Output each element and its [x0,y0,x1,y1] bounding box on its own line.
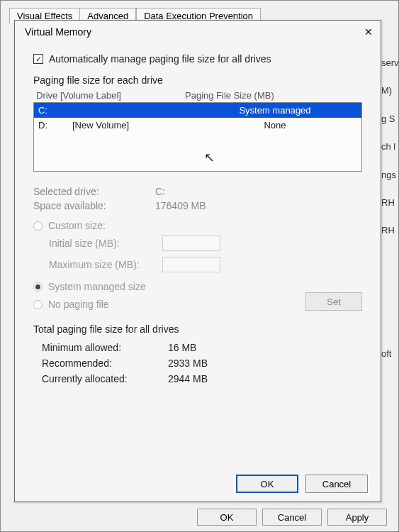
obscured-content: servM) g Sch l ngsRH RHoft [381,36,398,373]
close-icon[interactable]: ✕ [362,26,375,38]
drive-row-d[interactable]: D: [New Volume] None [34,118,361,133]
auto-manage-checkbox[interactable]: ✓ [33,54,43,64]
ok-button[interactable]: OK [236,475,298,493]
totals-heading: Total paging file size for all drives [33,323,362,335]
set-button[interactable]: Set [305,292,362,311]
selected-drive-value: C: [155,186,362,197]
parent-ok-button[interactable]: OK [197,509,257,526]
min-allowed-label: Minimum allowed: [42,342,168,353]
space-available-value: 176409 MB [155,200,362,211]
custom-size-label: Custom size: [48,220,106,231]
cursor-icon: ↖ [204,150,215,165]
parent-cancel-button[interactable]: Cancel [262,509,322,526]
currently-allocated-label: Currently allocated: [42,373,168,384]
system-managed-radio[interactable] [33,282,43,292]
drive-row-c[interactable]: C: System managed [34,103,361,118]
maximum-size-input[interactable] [162,257,220,272]
custom-size-radio[interactable] [33,221,43,231]
cancel-button[interactable]: Cancel [305,475,368,493]
no-paging-radio[interactable] [33,300,43,309]
dialog-title: Virtual Memory [25,26,91,38]
col-drive-header: Drive [Volume Label] [36,90,185,101]
no-paging-label: No paging file [48,299,109,310]
drive-list[interactable]: C: System managed D: [New Volume] None ↖ [33,102,362,172]
selected-drive-label: Selected drive: [33,186,155,197]
section-heading: Paging file size for each drive [33,74,362,86]
titlebar: Virtual Memory ✕ [15,21,381,43]
recommended-value: 2933 MB [168,358,208,369]
virtual-memory-dialog: Virtual Memory ✕ ✓ Automatically manage … [14,20,381,502]
currently-allocated-value: 2944 MB [168,373,208,384]
parent-apply-button[interactable]: Apply [327,509,387,526]
auto-manage-label: Automatically manage paging file size fo… [49,53,271,65]
maximum-size-label: Maximum size (MB): [49,259,162,270]
system-managed-label: System managed size [48,281,146,292]
col-size-header: Paging File Size (MB) [185,90,359,101]
initial-size-input[interactable] [162,235,220,251]
min-allowed-value: 16 MB [168,342,196,353]
space-available-label: Space available: [33,200,155,211]
recommended-label: Recommended: [42,358,168,369]
initial-size-label: Initial size (MB): [49,238,162,249]
